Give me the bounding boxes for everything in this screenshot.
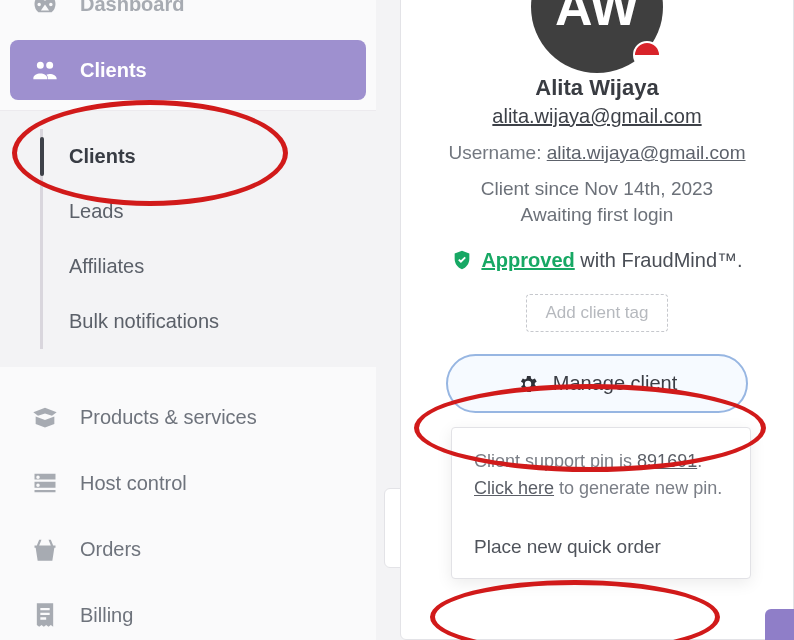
- basket-icon: [28, 535, 62, 563]
- nav-clients-label: Clients: [80, 59, 147, 82]
- manage-client-label: Manage client: [553, 372, 678, 395]
- fraud-approved-link[interactable]: Approved: [481, 249, 574, 271]
- client-username-link[interactable]: alita.wijaya@gmail.com: [547, 142, 746, 163]
- nav-orders[interactable]: Orders: [10, 519, 366, 579]
- nav-host-label: Host control: [80, 472, 187, 495]
- nav-orders-label: Orders: [80, 538, 141, 561]
- avatar-initials: AW: [555, 0, 639, 37]
- gauge-icon: [28, 0, 62, 18]
- gen-suffix: to generate new pin.: [554, 478, 722, 498]
- support-pin-value[interactable]: 891691: [637, 451, 697, 471]
- nav-billing[interactable]: Billing: [10, 585, 366, 640]
- subnav-clients: Clients Leads Affiliates Bulk notificati…: [0, 110, 376, 367]
- pin-suffix: .: [697, 451, 702, 471]
- manage-client-button[interactable]: Manage client: [446, 354, 749, 413]
- client-awaiting-login: Awaiting first login: [421, 204, 773, 226]
- manage-client-dropdown: Client support pin is 891691. Click here…: [451, 427, 751, 579]
- content-area: Keyboard shortcuts Map data ©2023 Google…: [376, 0, 794, 640]
- nav-bottom-group: Products & services Host control Orders …: [0, 367, 376, 640]
- place-quick-order-item[interactable]: Place new quick order: [474, 536, 728, 558]
- receipt-icon: [28, 601, 62, 629]
- subnav-item-clients[interactable]: Clients: [43, 129, 376, 184]
- sidebar: Dashboard Clients Clients Leads Affiliat…: [0, 0, 376, 640]
- client-since: Client since Nov 14th, 2023: [421, 178, 773, 200]
- decorative-corner: [765, 609, 794, 640]
- generate-pin-link[interactable]: Click here: [474, 478, 554, 498]
- nav-billing-label: Billing: [80, 604, 133, 627]
- add-client-tag-button[interactable]: Add client tag: [526, 294, 667, 332]
- users-icon: [28, 56, 62, 84]
- client-name: Alita Wijaya: [421, 75, 773, 101]
- client-username-row: Username: alita.wijaya@gmail.com: [421, 142, 773, 164]
- nav-products-label: Products & services: [80, 406, 257, 429]
- shield-check-icon: [451, 248, 473, 272]
- nav-products[interactable]: Products & services: [10, 387, 366, 447]
- username-label: Username:: [449, 142, 547, 163]
- client-email-link[interactable]: alita.wijaya@gmail.com: [492, 105, 701, 128]
- support-pin-text: Client support pin is 891691. Click here…: [474, 448, 728, 502]
- subnav-item-affiliates[interactable]: Affiliates: [43, 239, 376, 294]
- fraud-suffix: with FraudMind™.: [575, 249, 743, 271]
- nav-dashboard[interactable]: Dashboard: [10, 0, 366, 34]
- subnav-item-leads[interactable]: Leads: [43, 184, 376, 239]
- nav-host-control[interactable]: Host control: [10, 453, 366, 513]
- gear-icon: [517, 373, 539, 395]
- nav-top-group: Dashboard Clients: [0, 0, 376, 110]
- box-open-icon: [28, 403, 62, 431]
- server-icon: [28, 469, 62, 497]
- client-card: Keyboard shortcuts Map data ©2023 Google…: [400, 0, 794, 640]
- subnav-item-bulk-notifications[interactable]: Bulk notifications: [43, 294, 376, 349]
- country-flag-indonesia: [633, 41, 661, 69]
- fraud-status-row: Approved with FraudMind™.: [421, 248, 773, 272]
- nav-clients[interactable]: Clients: [10, 40, 366, 100]
- nav-dashboard-label: Dashboard: [80, 0, 184, 16]
- pin-prefix: Client support pin is: [474, 451, 637, 471]
